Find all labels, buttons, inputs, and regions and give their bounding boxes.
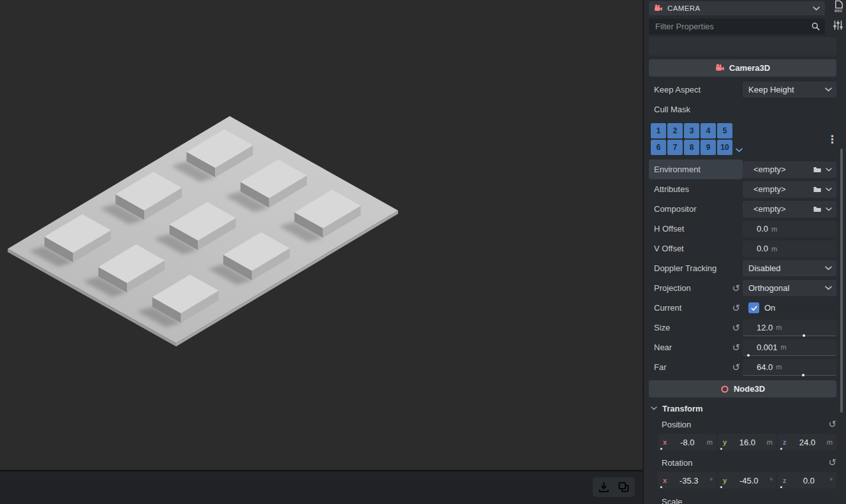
property-row-near: Near ↺ 0.001 m <box>649 337 836 357</box>
projection-dropdown[interactable]: Orthogonal <box>743 280 836 296</box>
bottom-panel <box>0 470 642 504</box>
revert-icon[interactable]: ↺ <box>732 323 740 332</box>
property-label-environment: Environment <box>649 159 743 179</box>
v-offset-input[interactable]: 0.0 m <box>743 241 836 257</box>
section-title: Node3D <box>734 384 765 394</box>
property-row-keep-aspect: Keep Aspect Keep Height <box>649 81 836 98</box>
property-row-v-offset: V Offset 0.0 m <box>649 239 836 258</box>
property-label-compositor: Compositor <box>649 199 743 219</box>
search-icon <box>811 22 820 31</box>
revert-icon[interactable]: ↺ <box>828 420 836 429</box>
property-row-cull-mask: Cull Mask <box>649 102 836 116</box>
keep-aspect-dropdown[interactable]: Keep Height <box>743 82 836 98</box>
environment-resource-picker[interactable]: <empty> <box>743 161 836 178</box>
property-row-attributes: Attributes <empty> <box>649 179 836 199</box>
cull-mask-layer-10[interactable]: 10 <box>717 140 732 155</box>
copy-icon <box>618 481 630 493</box>
folder-icon[interactable] <box>813 185 822 194</box>
property-label-rotation: Rotation <box>662 458 692 468</box>
slider-grabber[interactable] <box>747 354 750 357</box>
chevron-down-icon <box>651 406 657 410</box>
revert-icon[interactable]: ↺ <box>828 458 836 468</box>
cull-mask-layer-2[interactable]: 2 <box>667 123 683 138</box>
section-header-node3d[interactable]: Node3D <box>649 380 836 397</box>
cull-mask-layer-7[interactable]: 7 <box>667 140 683 155</box>
revert-icon[interactable]: ↺ <box>732 343 740 352</box>
selected-node-name: CAMERA <box>667 4 813 12</box>
revert-icon[interactable]: ↺ <box>732 283 740 293</box>
section-header-camera3d[interactable]: Camera3D <box>649 59 836 77</box>
filter-properties-field[interactable] <box>649 19 825 34</box>
copy-icon-button[interactable] <box>616 479 632 495</box>
folder-icon[interactable] <box>813 165 822 174</box>
doc-icon <box>833 0 844 9</box>
revert-icon[interactable]: ↺ <box>732 362 740 372</box>
inspector-scrollbar[interactable] <box>840 149 843 413</box>
slider-grabber[interactable] <box>780 448 782 450</box>
cull-mask-layer-8[interactable]: 8 <box>684 140 699 155</box>
node-selector-dropdown[interactable]: CAMERA <box>649 1 825 15</box>
slider-grabber[interactable] <box>720 448 722 450</box>
slider-grabber[interactable] <box>780 486 782 488</box>
chevron-down-icon <box>826 207 832 211</box>
chevron-down-icon <box>825 266 832 271</box>
section-title: Camera3D <box>729 63 770 73</box>
check-icon <box>750 304 758 312</box>
slider-grabber[interactable] <box>720 486 722 488</box>
folder-icon[interactable] <box>813 205 822 214</box>
property-label-doppler-tracking: Doppler Tracking <box>649 258 743 278</box>
property-label-cull-mask: Cull Mask <box>649 102 743 116</box>
slider-grabber[interactable] <box>660 448 662 450</box>
h-offset-input[interactable]: 0.0 m <box>743 221 836 237</box>
tune-icon-button[interactable] <box>833 20 843 31</box>
attributes-resource-picker[interactable]: <empty> <box>743 181 836 198</box>
download-icon-button[interactable] <box>596 479 612 495</box>
rotation-z-input[interactable]: z 0.0 ° <box>778 472 836 489</box>
cull-mask-layer-1[interactable]: 1 <box>651 123 666 138</box>
cull-mask-layer-9[interactable]: 9 <box>701 140 716 155</box>
cull-mask-layer-3[interactable]: 3 <box>684 123 699 138</box>
property-label-projection: Projection ↺ <box>649 278 743 298</box>
property-label-v-offset: V Offset <box>649 239 743 258</box>
rotation-y-input[interactable]: y -45.0 ° <box>718 472 776 489</box>
inspector-empty-strip <box>649 37 836 56</box>
rotation-vector: x -35.3 ° y -45.0 ° z 0.0 ° <box>658 472 836 489</box>
near-input[interactable]: 0.001 m <box>743 339 836 356</box>
position-x-input[interactable]: x -8.0 m <box>658 434 716 450</box>
revert-icon[interactable]: ↺ <box>732 303 740 313</box>
property-row-size: Size ↺ 12.0 m <box>649 318 836 337</box>
rotation-x-input[interactable]: x -35.3 ° <box>658 472 716 489</box>
viewport-canvas <box>0 0 642 470</box>
chevron-down-icon <box>825 87 832 92</box>
cull-mask-layer-4[interactable]: 4 <box>701 123 716 138</box>
property-row-scale: Scale <box>649 493 836 504</box>
camera-icon <box>654 4 663 13</box>
size-input[interactable]: 12.0 m <box>743 320 836 336</box>
slider-grabber[interactable] <box>660 486 662 488</box>
layers-menu-button[interactable]: ⋮ <box>827 130 838 149</box>
far-input[interactable]: 64.0 m <box>743 359 836 376</box>
cull-mask-layer-5[interactable]: 5 <box>717 123 732 138</box>
current-checkbox[interactable] <box>748 302 759 313</box>
position-z-input[interactable]: z 24.0 m <box>778 434 836 450</box>
cull-mask-layer-6[interactable]: 6 <box>651 140 666 155</box>
chevron-down-icon <box>826 168 832 172</box>
download-icon <box>598 481 610 493</box>
inspector-panel: CAMERA DOC Camera3D Keep Aspect <box>643 0 846 504</box>
filter-properties-input[interactable] <box>649 19 825 34</box>
transform-section-toggle[interactable]: Transform <box>649 401 836 416</box>
property-row-h-offset: H Offset 0.0 m <box>649 219 836 239</box>
camera3d-icon <box>715 63 725 73</box>
property-row-projection: Projection ↺ Orthogonal <box>649 278 836 298</box>
property-label-scale: Scale <box>662 497 683 504</box>
compositor-resource-picker[interactable]: <empty> <box>743 201 836 218</box>
slider-grabber[interactable] <box>803 334 805 337</box>
current-checkbox-label: On <box>764 303 775 313</box>
3d-viewport[interactable] <box>0 0 642 470</box>
cull-mask-expand-icon[interactable] <box>736 148 743 152</box>
doppler-tracking-dropdown[interactable]: Disabled <box>743 260 836 276</box>
chevron-down-icon <box>825 286 832 290</box>
slider-grabber[interactable] <box>802 374 805 376</box>
doc-icon-button[interactable]: DOC <box>833 0 844 13</box>
position-y-input[interactable]: y 16.0 m <box>718 434 776 450</box>
